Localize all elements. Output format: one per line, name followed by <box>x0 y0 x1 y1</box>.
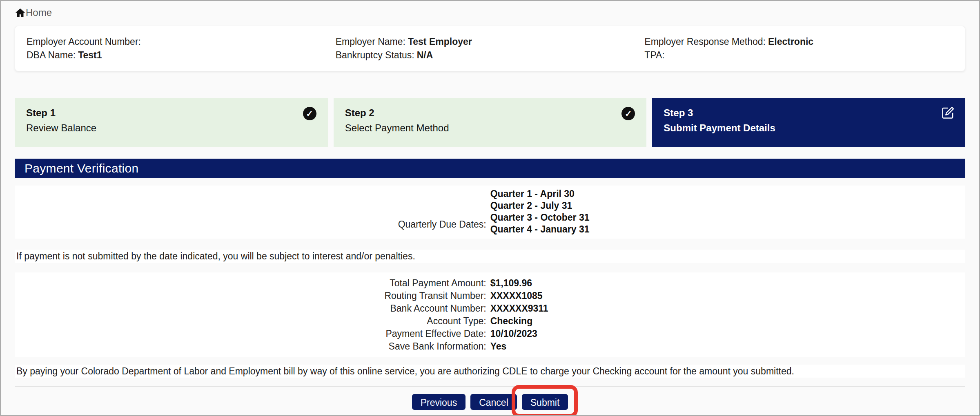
total-payment-amount-row: Total Payment Amount: $1,109.96 <box>15 277 965 290</box>
step-2-subtitle: Select Payment Method <box>345 122 635 134</box>
step-1-title: Step 1 <box>26 107 316 119</box>
step-1-subtitle: Review Balance <box>26 122 316 134</box>
save-bank-information-row: Save Bank Information: Yes <box>15 340 965 353</box>
step-2-title: Step 2 <box>345 107 635 119</box>
quarterly-due-dates-values: Quarter 1 - April 30 Quarter 2 - July 31… <box>490 188 590 235</box>
employer-name: Employer Name:Test Employer <box>336 36 645 48</box>
employer-account-number: Employer Account Number: <box>27 36 336 48</box>
bankruptcy-status: Bankruptcy Status:N/A <box>336 49 645 61</box>
dba-name: DBA Name:Test1 <box>27 49 336 61</box>
quarter-4-due-date: Quarter 4 - January 31 <box>490 223 590 235</box>
quarter-1-due-date: Quarter 1 - April 30 <box>490 188 590 200</box>
previous-button[interactable]: Previous <box>412 394 466 410</box>
payment-verification-header: Payment Verification <box>15 159 965 178</box>
bank-account-number-row: Bank Account Number: XXXXXX9311 <box>15 302 965 315</box>
quarterly-due-dates-label: Quarterly Due Dates: <box>15 188 486 235</box>
step-1-review-balance: Step 1 Review Balance ✓ <box>15 98 328 147</box>
quarter-3-due-date: Quarter 3 - October 31 <box>490 212 590 223</box>
payment-details-section: Total Payment Amount: $1,109.96 Routing … <box>15 272 965 357</box>
step-tracker: Step 1 Review Balance ✓ Step 2 Select Pa… <box>15 98 965 147</box>
check-circle-icon: ✓ <box>303 107 316 120</box>
breadcrumb: Home <box>15 6 965 19</box>
breadcrumb-home-link[interactable]: Home <box>26 7 52 18</box>
employer-info-card: Employer Account Number: DBA Name:Test1 … <box>15 26 965 71</box>
edit-pencil-square-icon <box>942 106 955 119</box>
routing-transit-number-row: Routing Transit Number: XXXXX1085 <box>15 290 965 302</box>
footer-divider <box>15 386 965 387</box>
step-3-subtitle: Submit Payment Details <box>664 122 954 134</box>
employer-info-col-2: Employer Name:Test Employer Bankruptcy S… <box>336 35 645 62</box>
submit-button-wrapper: Submit <box>522 394 568 410</box>
penalty-notice: If payment is not submitted by the date … <box>15 250 965 263</box>
account-type-row: Account Type: Checking <box>15 315 965 327</box>
home-icon[interactable] <box>15 7 26 18</box>
payment-effective-date-row: Payment Effective Date: 10/10/2023 <box>15 327 965 340</box>
step-3-submit-payment-details: Step 3 Submit Payment Details <box>652 98 965 147</box>
step-3-title: Step 3 <box>664 107 954 119</box>
authorization-statement: By paying your Colorado Department of La… <box>15 365 965 378</box>
quarter-2-due-date: Quarter 2 - July 31 <box>490 200 590 212</box>
cancel-button[interactable]: Cancel <box>470 394 517 410</box>
submit-button[interactable]: Submit <box>522 394 568 410</box>
employer-info-col-1: Employer Account Number: DBA Name:Test1 <box>27 35 336 62</box>
employer-info-col-3: Employer Response Method:Electronic TPA: <box>644 35 953 62</box>
step-2-select-payment-method: Step 2 Select Payment Method ✓ <box>334 98 647 147</box>
quarterly-due-dates-section: Quarterly Due Dates: Quarter 1 - April 3… <box>15 186 965 239</box>
action-buttons: Previous Cancel Submit <box>15 394 965 410</box>
tpa: TPA: <box>644 49 953 61</box>
employer-response-method: Employer Response Method:Electronic <box>644 36 953 48</box>
payment-wizard-page: Home Employer Account Number: DBA Name:T… <box>1 6 979 410</box>
